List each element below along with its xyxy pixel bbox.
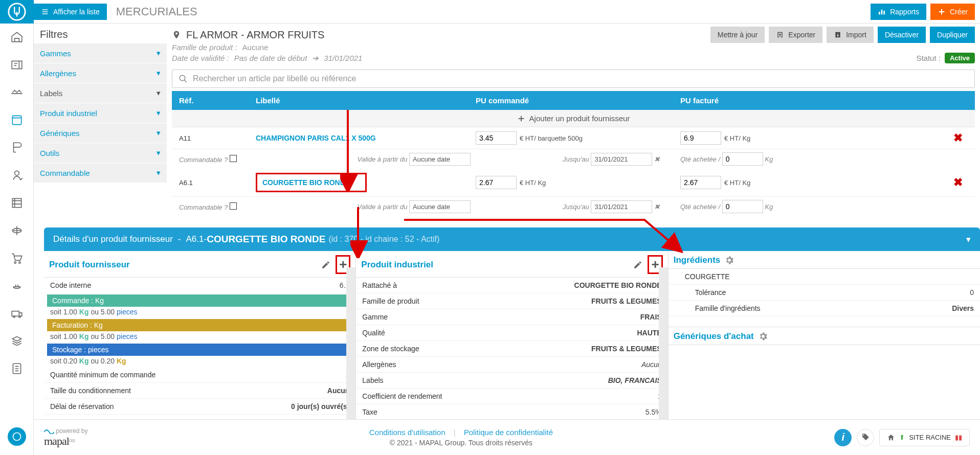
pu-cmd-input[interactable] [476,176,517,189]
nav-item-7[interactable] [0,189,34,217]
table-row: A6.1 COURGETTE BIO RONDE € HT/ Kg € HT/ … [172,169,975,197]
nav-item-4[interactable] [0,106,34,134]
status-badge: Active [945,53,975,63]
tag-button[interactable] [857,429,874,446]
bottom-logo[interactable] [8,427,26,446]
privacy-link[interactable]: Politique de confidentialité [464,428,553,437]
pu-fact-input[interactable] [680,131,721,145]
search-input-container[interactable] [172,70,975,88]
nav-item-12[interactable] [0,327,34,355]
filter-produit-industriel[interactable]: Produit industriel▾ [34,103,167,123]
powered-by: powered by mapalos [44,427,87,448]
svg-point-10 [13,433,21,441]
reports-button[interactable]: Rapports [871,4,926,20]
caret-down-icon: ▾ [157,148,161,157]
annotation-arrow [404,215,691,261]
terms-link[interactable]: Conditions d'utilisation [369,428,446,437]
gear-icon[interactable] [724,255,734,265]
list-icon [41,8,49,16]
generiques-title: Génériques d'achat [674,331,754,342]
svg-point-4 [14,262,16,263]
until-input[interactable] [591,153,652,166]
filter-outils[interactable]: Outils▾ [34,143,167,163]
nav-item-3[interactable] [0,79,34,106]
table-row-sub: Commandable ? Valide à partir du Jusqu'a… [172,197,975,216]
caret-down-icon: ▾ [157,88,161,98]
site-button[interactable]: ⬆ SITE RACINE ▮▮ [879,429,970,446]
nav-item-1[interactable] [0,24,34,51]
valid-from-input[interactable] [409,153,471,166]
svg-rect-1 [12,61,22,69]
delete-button[interactable]: ✖ [953,131,963,145]
app-logo[interactable] [0,0,34,24]
import-button[interactable]: Import [827,27,874,43]
clear-date-icon[interactable]: ✖ [654,203,660,211]
ingredient-name: COURGETTE [675,272,730,281]
caret-down-icon: ▾ [157,49,161,58]
until-input[interactable] [591,200,652,213]
svg-point-8 [19,316,20,317]
filter-gammes[interactable]: Gammes▾ [34,43,167,63]
validity-label: Date de validité : [172,54,229,62]
family-label: Famille de produit : [172,43,237,52]
table-header: Réf. Libellé PU commandé PU facturé [172,91,975,110]
export-button[interactable]: Exporter [769,27,822,43]
filter-generiques[interactable]: Génériques▾ [34,123,167,143]
filter-commandable[interactable]: Commandable▾ [34,163,167,183]
nav-item-5[interactable] [0,134,34,162]
deactivate-button[interactable]: Désactiver [878,27,926,43]
svg-point-2 [15,171,19,175]
nav-item-13[interactable] [0,355,34,382]
show-list-button[interactable]: Afficher la liste [34,4,107,20]
validity-start: Pas de date de début [234,54,307,62]
nav-item-11[interactable] [0,300,34,327]
chart-icon [878,8,886,16]
gear-icon[interactable] [758,331,768,342]
status-label: Statut : [916,54,941,62]
nav-item-9[interactable] [0,244,34,272]
filter-allergenes[interactable]: Allergènes▾ [34,63,167,83]
svg-rect-11 [879,12,880,14]
scrollbar[interactable] [659,267,668,436]
commandable-checkbox[interactable] [230,202,237,210]
update-button[interactable]: Mettre à jour [710,27,765,43]
valid-from-input[interactable] [409,200,471,213]
search-input[interactable] [193,74,968,83]
filters-title: Filtres [34,24,167,43]
pencil-icon[interactable] [321,260,330,269]
svg-rect-3 [12,198,21,207]
supplier-col-title: Produit fournisseur [49,260,130,270]
svg-rect-13 [884,11,885,14]
create-button[interactable]: Créer [930,4,975,20]
nav-item-10[interactable] [0,272,34,300]
copyright: © 2021 - MAPAL Group. Tous droits réserv… [87,439,834,447]
commandable-checkbox[interactable] [230,155,237,162]
nav-item-6[interactable] [0,162,34,189]
pu-cmd-input[interactable] [476,131,517,145]
caret-down-icon: ▾ [157,69,161,78]
nav-item-8[interactable] [0,217,34,244]
pu-fact-input[interactable] [680,176,721,189]
svg-point-14 [180,75,185,81]
pencil-icon[interactable] [633,260,642,269]
duplicate-button[interactable]: Dupliquer [930,27,975,43]
qty-input[interactable] [722,200,763,213]
scrollbar[interactable] [346,267,355,436]
nav-item-2[interactable] [0,51,34,79]
caret-down-icon: ▾ [157,128,161,138]
family-value: Aucune [242,43,269,52]
qty-input[interactable] [722,152,763,166]
svg-rect-6 [12,311,19,316]
collapse-icon[interactable]: ▾ [966,234,971,245]
delete-button[interactable]: ✖ [953,176,963,189]
add-product-button[interactable]: Ajouter un produit fournisseur [172,110,975,127]
caret-down-icon: ▾ [157,168,161,177]
filter-labels[interactable]: Labels▾ [34,83,167,103]
clear-date-icon[interactable]: ✖ [654,155,660,163]
export-icon [776,31,784,39]
arrow-right-icon: ➔ [312,54,319,63]
annotation-arrow [350,207,371,258]
supplier-name: FL ARMOR - ARMOR FRUITS [186,29,324,41]
search-icon [179,74,188,83]
info-button[interactable]: i [834,429,852,446]
